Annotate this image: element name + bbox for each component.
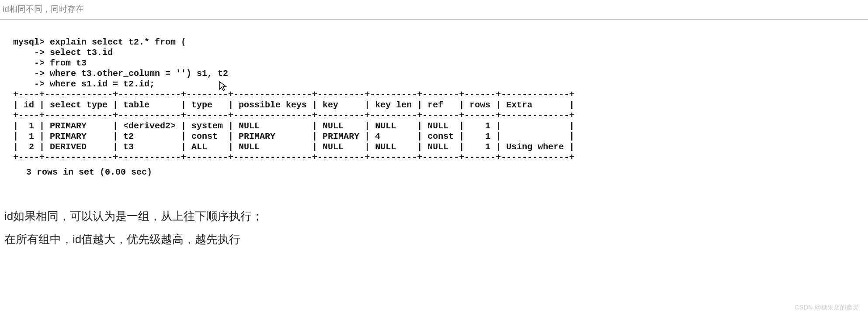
result-summary: 3 rows in set (0.00 sec) [13, 163, 868, 177]
explanation-line-1: id如果相同，可以认为是一组，从上往下顺序执行； [4, 208, 868, 225]
explain-result-table: +----+-------------+------------+-------… [13, 89, 868, 163]
sql-query: mysql> explain select t2.* from ( -> sel… [13, 37, 868, 89]
explanation-line-2: 在所有组中，id值越大，优先级越高，越先执行 [4, 231, 868, 248]
terminal-block: mysql> explain select t2.* from ( -> sel… [0, 20, 868, 186]
heading-caption: id相同不同，同时存在 [0, 0, 868, 20]
explanation-block: id如果相同，可以认为是一组，从上往下顺序执行； 在所有组中，id值越大，优先级… [0, 186, 868, 248]
